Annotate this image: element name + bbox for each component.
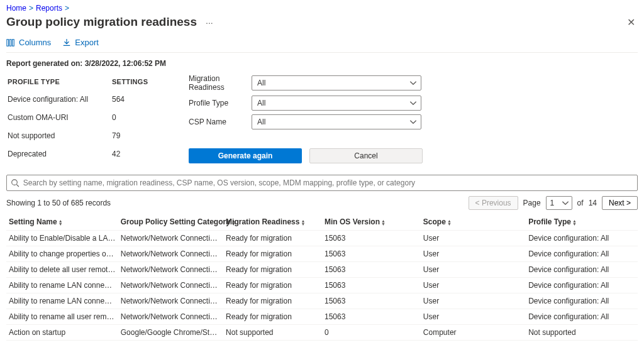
filter-csp-select[interactable]: All — [252, 114, 421, 129]
cell-minos: 15063 — [322, 246, 421, 262]
cell-category: Network/Network Connections — [118, 278, 223, 293]
search-input[interactable] — [23, 178, 633, 187]
cell-migration: Not supported — [223, 341, 322, 346]
filter-migration-select[interactable]: All — [252, 75, 421, 90]
report-generated-label: Report generated on: — [6, 59, 82, 68]
summary-row: Not supported79 — [8, 127, 162, 144]
filter-profile-label: Profile Type — [189, 99, 252, 107]
cell-category: Network/Network Connections — [118, 293, 223, 309]
col-header-setting[interactable]: Setting Name▲▼ — [6, 214, 118, 231]
columns-icon — [6, 38, 15, 47]
cell-scope: User — [421, 278, 526, 293]
cell-profile: Not supported — [526, 325, 638, 341]
report-generated-value: 3/28/2022, 12:06:52 PM — [85, 59, 166, 68]
download-icon — [62, 38, 71, 47]
cell-setting: Ability to delete all user remote access… — [6, 262, 118, 278]
cell-setting: Ability to rename all user remote access… — [6, 309, 118, 325]
cell-scope: User — [421, 231, 526, 246]
more-actions-button[interactable]: ··· — [203, 18, 216, 28]
summary-header-settings: SETTINGS — [112, 75, 162, 89]
of-label: of — [577, 199, 584, 207]
sort-icon: ▲▼ — [301, 219, 305, 226]
cell-minos: 15063 — [322, 309, 421, 325]
cell-category: Network/Network Connections — [118, 231, 223, 246]
generate-again-button[interactable]: Generate again — [189, 148, 302, 163]
filter-csp-label: CSP Name — [189, 118, 252, 126]
cell-migration: Ready for migration — [223, 231, 322, 246]
summary-row: Deprecated42 — [8, 145, 162, 162]
cell-scope: User — [421, 309, 526, 325]
cell-scope: User — [421, 246, 526, 262]
cell-minos: 15063 — [322, 278, 421, 293]
close-button[interactable]: ✕ — [625, 16, 638, 28]
table-row[interactable]: Ability to rename all user remote access… — [6, 309, 638, 325]
cancel-button[interactable]: Cancel — [309, 148, 423, 163]
cell-profile: Device configuration: All — [526, 262, 638, 278]
cell-scope: User — [421, 293, 526, 309]
table-row[interactable]: Ability to Enable/Disable a LAN connecti… — [6, 231, 638, 246]
table-row[interactable]: Action on startupGoogle/Google Chrome/St… — [6, 325, 638, 341]
cell-minos: 0 — [322, 341, 421, 346]
table-row[interactable]: Ability to rename LAN connections or rem… — [6, 293, 638, 309]
cell-setting: Ability to change properties of an all u… — [6, 246, 118, 262]
summary-profile: Device configuration: All — [8, 90, 111, 107]
cell-migration: Ready for migration — [223, 278, 322, 293]
export-button[interactable]: Export — [62, 38, 99, 47]
summary-settings: 0 — [112, 109, 162, 126]
search-box[interactable] — [6, 175, 638, 191]
summary-settings: 564 — [112, 90, 162, 107]
breadcrumb-home[interactable]: Home — [6, 4, 26, 13]
breadcrumb-reports[interactable]: Reports — [36, 4, 62, 13]
search-icon — [11, 178, 19, 187]
col-header-migration[interactable]: Migration Readiness▲▼ — [223, 214, 322, 231]
cell-profile: Not supported — [526, 341, 638, 346]
svg-rect-0 — [7, 39, 9, 46]
record-count: Showing 1 to 50 of 685 records — [6, 199, 111, 207]
col-header-scope[interactable]: Scope▲▼ — [421, 214, 526, 231]
columns-button[interactable]: Columns — [6, 38, 51, 47]
cell-setting: Ability to rename LAN connections or rem… — [6, 293, 118, 309]
summary-profile: Deprecated — [8, 145, 111, 162]
summary-settings: 79 — [112, 127, 162, 144]
cell-minos: 15063 — [322, 231, 421, 246]
filter-migration-label: Migration Readiness — [189, 74, 252, 92]
cell-setting: Ability to rename LAN connections — [6, 278, 118, 293]
col-header-profile[interactable]: Profile Type▲▼ — [526, 214, 638, 231]
export-label: Export — [75, 38, 99, 47]
cell-migration: Not supported — [223, 325, 322, 341]
cell-category: Network/Network Connections — [118, 262, 223, 278]
svg-point-3 — [12, 180, 18, 185]
col-header-category[interactable]: Group Policy Setting Category▲▼ — [118, 214, 223, 231]
cell-profile: Device configuration: All — [526, 278, 638, 293]
cell-category: Google/Google Chrome/Startup pages — [118, 341, 223, 346]
previous-page-button[interactable]: < Previous — [469, 196, 518, 210]
next-page-button[interactable]: Next > — [602, 196, 638, 210]
table-row[interactable]: Ability to delete all user remote access… — [6, 262, 638, 278]
cell-migration: Ready for migration — [223, 309, 322, 325]
sort-icon: ▲▼ — [572, 219, 577, 226]
cell-profile: Device configuration: All — [526, 246, 638, 262]
filter-profile-select[interactable]: All — [252, 96, 421, 111]
summary-table: PROFILE TYPE SETTINGS Device configurati… — [6, 74, 164, 163]
page-title: Group policy migration readiness — [6, 15, 197, 29]
chevron-down-icon — [561, 199, 570, 207]
col-header-minos[interactable]: Min OS Version▲▼ — [322, 214, 421, 231]
summary-row: Device configuration: All564 — [8, 90, 162, 107]
cell-profile: Device configuration: All — [526, 293, 638, 309]
cell-setting: Ability to Enable/Disable a LAN connecti… — [6, 231, 118, 246]
breadcrumb: Home>Reports> — [6, 4, 638, 13]
page-select[interactable]: 1 — [546, 196, 572, 210]
report-generated: Report generated on: 3/28/2022, 12:06:52… — [6, 59, 638, 68]
summary-header-profile: PROFILE TYPE — [8, 75, 111, 89]
cell-scope: Computer — [421, 325, 526, 341]
cell-minos: 15063 — [322, 262, 421, 278]
svg-rect-1 — [9, 39, 11, 46]
cell-setting: Action on startup — [6, 341, 118, 346]
cell-minos: 15063 — [322, 293, 421, 309]
sort-icon: ▲▼ — [58, 219, 63, 226]
table-row[interactable]: Ability to rename LAN connectionsNetwork… — [6, 278, 638, 293]
table-row[interactable]: Ability to change properties of an all u… — [6, 246, 638, 262]
page-label: Page — [523, 199, 541, 207]
cell-profile: Device configuration: All — [526, 309, 638, 325]
table-row[interactable]: Action on startupGoogle/Google Chrome/St… — [6, 341, 638, 346]
